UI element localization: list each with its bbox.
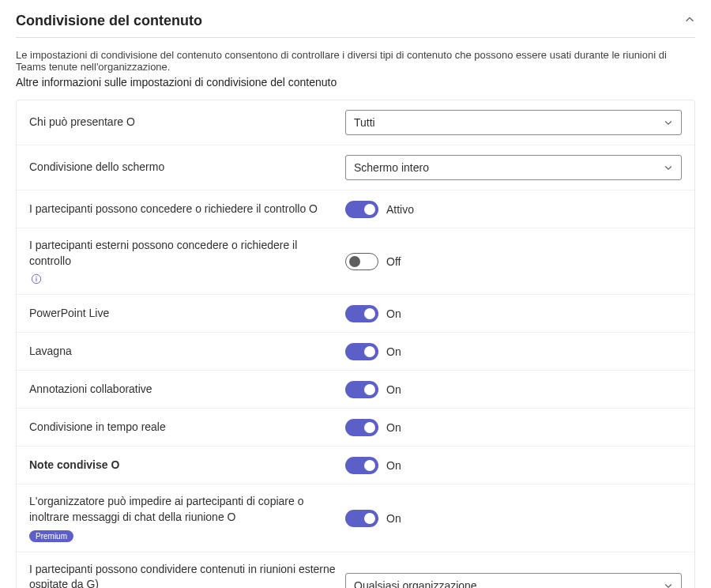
collab-annotations-label: Annotazioni collaborative xyxy=(29,383,152,395)
shared-notes-state: On xyxy=(386,459,401,472)
learn-more-link[interactable]: Altre informazioni sulle impostazioni di… xyxy=(16,76,695,89)
prevent-copy-label: L'organizzatore può impedire ai partecip… xyxy=(29,495,303,523)
collab-annotations-toggle[interactable] xyxy=(345,381,378,398)
screen-sharing-value: Schermo intero xyxy=(354,161,429,174)
live-share-label: Condivisione in tempo reale xyxy=(29,420,166,433)
shared-notes-toggle[interactable] xyxy=(345,457,378,474)
give-request-label: I partecipanti possono concedere o richi… xyxy=(29,202,318,215)
external-give-request-state: Off xyxy=(386,255,401,268)
give-request-toggle[interactable] xyxy=(345,201,378,218)
share-external-dropdown[interactable]: Qualsiasi organizzazione xyxy=(345,573,682,588)
row-share-external: I partecipanti possono condividere conte… xyxy=(17,552,694,588)
prevent-copy-state: On xyxy=(386,512,401,525)
svg-rect-2 xyxy=(36,278,36,281)
share-external-value: Qualsiasi organizzazione xyxy=(354,579,477,588)
external-give-request-label: I partecipanti esterni possono concedere… xyxy=(29,239,297,267)
give-request-state: Attivo xyxy=(386,203,414,216)
ppt-live-label: PowerPoint Live xyxy=(29,307,109,319)
svg-point-1 xyxy=(36,277,36,277)
settings-panel: Chi può presentare O Tutti Condivisione … xyxy=(16,100,695,588)
row-live-share: Condivisione in tempo reale On xyxy=(17,409,694,447)
collab-annotations-state: On xyxy=(386,383,401,396)
info-icon[interactable] xyxy=(31,273,42,285)
who-present-value: Tutti xyxy=(354,116,375,129)
row-give-request-control: I partecipanti possono concedere o richi… xyxy=(17,190,694,228)
section-description: Le impostazioni di condivisione del cont… xyxy=(16,49,695,73)
who-present-label: Chi può presentare O xyxy=(29,115,135,128)
row-screen-sharing: Condivisione dello schermo Schermo inter… xyxy=(17,145,694,190)
row-external-give-request: I partecipanti esterni possono concedere… xyxy=(17,228,694,295)
screen-sharing-dropdown[interactable]: Schermo intero xyxy=(345,155,682,180)
section-title: Condivisione del contenuto xyxy=(16,13,202,29)
prevent-copy-toggle[interactable] xyxy=(345,510,378,527)
row-whiteboard: Lavagna On xyxy=(17,333,694,371)
collapse-icon[interactable] xyxy=(684,14,695,28)
row-shared-notes: Note condivise O On xyxy=(17,447,694,484)
row-collab-annotations: Annotazioni collaborative On xyxy=(17,371,694,409)
share-external-label: I partecipanti possono condividere conte… xyxy=(29,563,336,588)
ppt-live-toggle[interactable] xyxy=(345,305,378,322)
whiteboard-toggle[interactable] xyxy=(345,343,378,360)
whiteboard-label: Lavagna xyxy=(29,345,72,357)
whiteboard-state: On xyxy=(386,345,401,358)
external-give-request-toggle[interactable] xyxy=(345,253,378,270)
row-ppt-live: PowerPoint Live On xyxy=(17,295,694,333)
ppt-live-state: On xyxy=(386,307,401,320)
live-share-toggle[interactable] xyxy=(345,419,378,436)
row-who-can-present: Chi può presentare O Tutti xyxy=(17,100,694,145)
live-share-state: On xyxy=(386,421,401,434)
section-header: Condivisione del contenuto xyxy=(16,13,695,38)
premium-badge: Premium xyxy=(29,530,73,542)
shared-notes-label: Note condivise O xyxy=(29,458,119,471)
row-prevent-copy: L'organizzatore può impedire ai partecip… xyxy=(17,484,694,552)
screen-sharing-label: Condivisione dello schermo xyxy=(29,160,164,173)
who-present-dropdown[interactable]: Tutti xyxy=(345,110,682,135)
